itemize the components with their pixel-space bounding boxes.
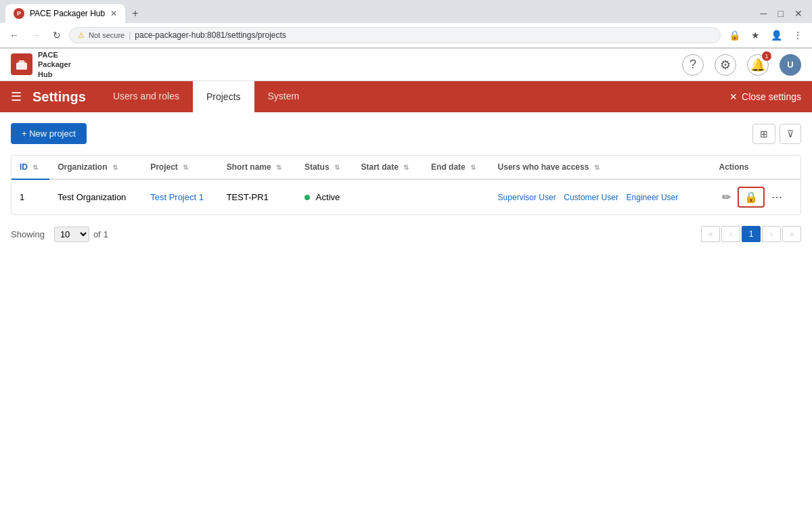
col-id[interactable]: ID ⇅ (12, 156, 49, 179)
col-project[interactable]: Project ⇅ (142, 156, 218, 179)
app-header: PACE Packager Hub ? ⚙ 🔔 1 U (0, 49, 812, 81)
cell-end-date (423, 179, 490, 214)
url-display: pace-packager-hub:8081/settings/projects (135, 30, 286, 40)
user-tag-customer[interactable]: Customer User (564, 193, 618, 202)
sort-icon-status: ⇅ (334, 164, 340, 171)
cell-short-name: TEST-PR1 (219, 179, 296, 214)
close-icon: ✕ (729, 91, 738, 102)
sort-icon-end: ⇅ (470, 164, 476, 171)
avatar[interactable]: U (780, 54, 801, 76)
notification-badge: 1 (762, 51, 771, 61)
settings-title: Settings (32, 89, 86, 105)
browser-chrome: P PACE Packager Hub ✕ + ─ □ ✕ ← → ↻ ⚠ No… (0, 0, 812, 49)
main-content: + New project ⊞ ⊽ ID ⇅ Organization ⇅ (0, 112, 812, 514)
project-link[interactable]: Test Project 1 (150, 192, 204, 202)
tab-close-btn[interactable]: ✕ (110, 9, 117, 18)
sort-icon-users: ⇅ (594, 164, 600, 171)
cell-users: Supervisor User Customer User Engineer U… (490, 179, 711, 214)
minimize-btn[interactable]: ─ (757, 5, 771, 22)
svg-rect-2 (18, 62, 26, 63)
page-size-select[interactable]: 10 25 50 100 (54, 227, 89, 242)
more-btn[interactable]: ⋯ (769, 188, 785, 206)
cell-project: Test Project 1 (142, 179, 218, 214)
table-container: ID ⇅ Organization ⇅ Project ⇅ Short name… (11, 155, 801, 215)
maximize-btn[interactable]: □ (774, 5, 788, 22)
prev-page-btn[interactable]: ‹ (721, 226, 740, 242)
col-end-date[interactable]: End date ⇅ (423, 156, 490, 179)
total-pages: 1 (104, 229, 108, 239)
app-header-right: ? ⚙ 🔔 1 U (682, 54, 801, 76)
table-row: 1 Test Organization Test Project 1 TEST-… (12, 179, 800, 214)
filter-btn[interactable]: ⊽ (780, 124, 801, 144)
showing-label: Showing (11, 229, 45, 239)
col-start-date[interactable]: Start date ⇅ (353, 156, 423, 179)
cell-status: Active (296, 179, 353, 214)
pagination-controls: « ‹ 1 › » (701, 226, 801, 242)
of-label: of (93, 229, 101, 239)
col-actions: Actions (711, 156, 801, 179)
bookmark-btn[interactable]: ★ (747, 27, 764, 43)
sort-icon-org: ⇅ (112, 164, 118, 171)
col-short-name[interactable]: Short name ⇅ (219, 156, 296, 179)
tab-title: PACE Packager Hub (30, 9, 105, 18)
browser-controls: ← → ↻ ⚠ Not secure | pace-packager-hub:8… (0, 23, 812, 48)
col-users-access[interactable]: Users who have access ⇅ (490, 156, 711, 179)
projects-table: ID ⇅ Organization ⇅ Project ⇅ Short name… (12, 156, 800, 214)
first-page-btn[interactable]: « (701, 226, 720, 242)
lock-btn[interactable]: 🔒 (738, 187, 765, 208)
sort-icon-short-name: ⇅ (276, 164, 281, 171)
cell-id: 1 (12, 179, 49, 214)
browser-account-btn[interactable]: 👤 (767, 27, 786, 43)
settings-nav: ☰ Settings Users and roles Projects Syst… (0, 81, 812, 112)
browser-right-buttons: 🔒 ★ 👤 ⋮ (725, 27, 807, 43)
status-dot (304, 195, 310, 200)
close-settings-btn[interactable]: ✕ Close settings (719, 81, 812, 112)
toolbar-right: ⊞ ⊽ (752, 124, 801, 144)
tab-users-roles[interactable]: Users and roles (99, 81, 193, 112)
columns-btn[interactable]: ⊞ (752, 124, 775, 144)
col-status[interactable]: Status ⇅ (296, 156, 353, 179)
help-btn[interactable]: ? (682, 54, 704, 76)
browser-profile-btn[interactable]: 🔒 (725, 27, 744, 43)
status-label: Active (316, 192, 340, 202)
page-1-btn[interactable]: 1 (742, 226, 761, 242)
logo-svg (15, 57, 28, 71)
next-page-btn[interactable]: › (762, 226, 781, 242)
tab-projects[interactable]: Projects (193, 81, 254, 112)
new-project-btn[interactable]: + New project (11, 123, 87, 144)
cell-start-date (353, 179, 423, 214)
cell-organization: Test Organization (49, 179, 142, 214)
user-tag-supervisor[interactable]: Supervisor User (498, 193, 556, 202)
address-bar[interactable]: ⚠ Not secure | pace-packager-hub:8081/se… (69, 27, 721, 43)
tab-system[interactable]: System (254, 81, 313, 112)
sort-icon-id: ⇅ (32, 164, 38, 171)
sort-icon-project: ⇅ (183, 164, 188, 171)
app-logo: PACE Packager Hub (11, 50, 71, 79)
tab-favicon: P (14, 8, 24, 19)
app-logo-text: PACE Packager Hub (38, 50, 71, 79)
add-tab-btn[interactable]: + (128, 6, 142, 21)
edit-btn[interactable]: ✏ (719, 188, 734, 206)
col-organization[interactable]: Organization ⇅ (49, 156, 142, 179)
forward-btn[interactable]: → (27, 27, 45, 43)
sort-icon-start: ⇅ (403, 164, 409, 171)
security-icon: ⚠ (78, 31, 85, 40)
hamburger-btn[interactable]: ☰ (11, 89, 22, 104)
last-page-btn[interactable]: » (782, 226, 801, 242)
refresh-btn[interactable]: ↻ (49, 27, 65, 43)
toolbar: + New project ⊞ ⊽ (11, 123, 801, 144)
table-header-row: ID ⇅ Organization ⇅ Project ⇅ Short name… (12, 156, 800, 179)
window-close-btn[interactable]: ✕ (790, 5, 807, 22)
browser-menu-btn[interactable]: ⋮ (789, 27, 807, 43)
back-btn[interactable]: ← (5, 27, 23, 43)
actions-cell: ✏ 🔒 ⋯ (719, 187, 793, 208)
settings-btn[interactable]: ⚙ (715, 54, 736, 76)
logo-icon (11, 53, 32, 75)
not-secure-label: Not secure (89, 31, 125, 39)
notification-area: 🔔 1 (747, 54, 769, 76)
nav-tabs: Users and roles Projects System (99, 81, 313, 112)
user-tag-engineer[interactable]: Engineer User (627, 193, 679, 202)
browser-titlebar: P PACE Packager Hub ✕ + ─ □ ✕ (0, 0, 812, 23)
pagination-bar: Showing 10 25 50 100 of 1 « ‹ 1 › » (11, 226, 801, 242)
browser-tab-active[interactable]: P PACE Packager Hub ✕ (5, 4, 125, 23)
